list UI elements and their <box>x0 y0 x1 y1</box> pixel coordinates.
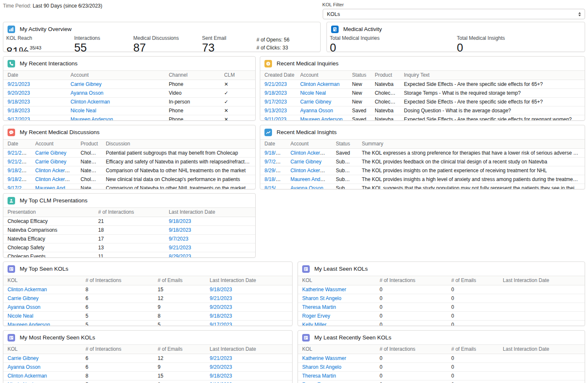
cell-link[interactable]: Ayanna Osson <box>70 90 104 96</box>
cell-link[interactable]: 9/18/2023 <box>169 218 191 224</box>
cell-link[interactable]: 9/18/2023 <box>210 373 232 379</box>
cell-link[interactable]: Nicole Neal <box>70 108 96 114</box>
cell-text: Submitted <box>336 168 357 173</box>
column-header-date: Date <box>3 71 66 80</box>
cell-link[interactable]: 9/21/2023 <box>210 295 232 301</box>
cell-link[interactable]: Clinton Ackerman <box>300 81 339 87</box>
cell-text: Potential patient subgroups that may ben… <box>106 150 238 156</box>
table-row: 9/20/2023Ayanna OssonVideo✓ <box>3 89 255 98</box>
cell-link[interactable]: 8/18/2023 <box>264 176 286 182</box>
cell-link[interactable]: 9/20/2023 <box>8 90 30 96</box>
cell-link[interactable]: Carrie Gibney <box>70 81 101 87</box>
recent-interactions-table: DateAccountChannelCLM9/21/2023Carrie Gib… <box>3 70 255 121</box>
cell-link[interactable]: 9/20/2023 <box>210 304 232 310</box>
cell-text: Natevba <box>375 81 394 87</box>
metric-label: Medical Discussions <box>133 35 179 41</box>
cell-link[interactable]: Sharon St Angelo <box>302 295 341 301</box>
cell-link[interactable]: Kelly Miller <box>302 322 326 326</box>
cell-link[interactable]: 9/18/2023 <box>169 227 191 233</box>
cell-text: 8 <box>158 313 161 319</box>
cell-link[interactable]: Clinton Ackerman <box>35 176 75 182</box>
table-row: Cholecap Safety139/21/2023 <box>3 243 255 252</box>
cell-link[interactable]: 8/29/2023 <box>264 168 286 173</box>
cell-link[interactable]: Carrie Gibney <box>35 159 66 165</box>
table-row: Theresa Martin00 <box>298 372 585 380</box>
cell-link[interactable]: Maureen Anderson <box>70 116 113 121</box>
cell-link[interactable]: Carrie Gibney <box>8 355 39 361</box>
cell-text: In-person <box>169 99 190 105</box>
cell-link[interactable]: 9/7/2023 <box>169 236 189 242</box>
cell-link[interactable]: Katherine Wassmer <box>302 355 346 361</box>
column-header-channel: Channel <box>165 71 220 80</box>
cell-text: Natevba Comparisons <box>8 227 57 233</box>
card-my-least-recently-seen-kols: My Least Recently Seen KOLs KOL# of Inte… <box>298 330 585 383</box>
table-row: 9/11/2023Maureen AndersonSavedNatevbaExp… <box>260 115 585 121</box>
cell-link[interactable]: 9/17/2023 <box>210 322 232 326</box>
cell-link[interactable]: 9/17/2023 <box>8 116 30 121</box>
cell-link[interactable]: 9/20/2023 <box>210 364 232 370</box>
cell-link[interactable]: 9/18/2023 <box>264 90 287 96</box>
email-stats: # of Opens: 56 # of Clicks: 33 <box>256 36 290 52</box>
cell-link[interactable]: Theresa Martin <box>302 373 336 379</box>
cell-link[interactable]: 9/21/2023 <box>264 81 287 87</box>
cell-link[interactable]: 9/21/2023 <box>169 245 191 251</box>
cell-link[interactable]: 9/18/2023 <box>8 99 30 105</box>
cell-link[interactable]: Clinton Ackerman <box>8 287 47 292</box>
cell-link[interactable]: 9/18/2023 <box>210 313 232 319</box>
cell-link[interactable]: Ayanna Osson <box>300 108 333 114</box>
cell-link[interactable]: 9/17/2023 <box>264 99 287 105</box>
cell-link[interactable]: Sharon St Angelo <box>302 364 341 370</box>
cell-text: 9 <box>158 304 161 310</box>
column-header-inquiry-text: Inquiry Text <box>400 71 585 80</box>
cell-link[interactable]: 9/7/2023 <box>264 159 284 165</box>
cell-link[interactable]: Ayanna Osson <box>8 364 41 370</box>
cell-link[interactable]: Clinton Ackerman <box>8 373 47 379</box>
cell-link[interactable]: Maureen Anderson <box>8 322 50 326</box>
cell-link[interactable]: Maureen Anderson <box>35 185 76 189</box>
cell-link[interactable]: Maureen Anderson <box>290 176 332 182</box>
cell-link[interactable]: 9/18/2023 <box>8 168 30 173</box>
cell-link[interactable]: Ayanna Osson <box>8 304 41 310</box>
cell-link[interactable]: Katherine Wassmer <box>302 287 346 292</box>
cell-link[interactable]: 9/17/2023 <box>8 185 30 189</box>
table-row: 8/18/2023Maureen AndersonSubmittedThe KO… <box>260 175 585 184</box>
cell-link[interactable]: 9/18/2023 <box>210 287 232 292</box>
cell-text: 6 <box>85 355 88 361</box>
cell-link[interactable]: Clinton Ackerman <box>290 168 330 173</box>
cell-link[interactable]: 9/18/2023 <box>8 108 30 114</box>
cell-link[interactable]: Clinton Ackerman <box>290 150 330 156</box>
cell-link[interactable]: 9/18/2023 <box>264 150 286 156</box>
cell-link[interactable]: Carrie Gibney <box>35 150 66 156</box>
card-title: My Recent Medical Discussions <box>20 129 100 135</box>
cell-link[interactable]: Maureen Anderson <box>300 116 342 121</box>
cell-link[interactable]: Carrie Gibney <box>290 159 321 165</box>
cell-link[interactable]: 9/18/2023 <box>8 176 30 182</box>
cell-link[interactable]: 9/21/2023 <box>8 81 30 87</box>
kol-filter-label: KOL Filter <box>322 2 344 7</box>
cell-link[interactable]: Clinton Ackerman <box>70 99 110 105</box>
cell-link[interactable]: Clinton Ackerman <box>35 168 75 173</box>
cell-link[interactable]: 8/29/2023 <box>169 254 191 258</box>
column-header-of-interactions: # of Interactions <box>376 345 447 354</box>
cell-link[interactable]: Carrie Gibney <box>8 295 39 301</box>
cell-text: 0 <box>380 373 383 379</box>
cell-link[interactable]: 9/21/2023 <box>8 150 30 156</box>
clicks-stat: # of Clicks: 33 <box>256 44 290 52</box>
cell-link[interactable]: Carrie Gibney <box>300 99 331 105</box>
cell-text: 0 <box>380 304 383 310</box>
cell-link[interactable]: 9/21/2023 <box>210 355 232 361</box>
cell-link[interactable]: 9/21/2023 <box>8 159 30 165</box>
column-header-clm: CLM <box>220 71 255 80</box>
cell-link[interactable]: 9/13/2023 <box>264 108 287 114</box>
cell-link[interactable]: Theresa Martin <box>302 304 336 310</box>
cell-link[interactable]: 8/15/2023 <box>264 185 286 189</box>
kol-filter-select[interactable]: KOLs <box>323 9 585 19</box>
cell-link[interactable]: 9/11/2023 <box>264 116 287 121</box>
cell-link[interactable]: Ayanna Osson <box>290 185 324 189</box>
cell-link[interactable]: Nicole Neal <box>8 313 33 319</box>
cell-text: Cholecap Efficacy <box>8 218 48 224</box>
card-title: Medical Activity <box>343 26 382 32</box>
cell-link[interactable]: Nicole Neal <box>300 90 326 96</box>
cell-text: 12 <box>158 295 163 301</box>
cell-link[interactable]: Roger Ervey <box>302 313 330 319</box>
